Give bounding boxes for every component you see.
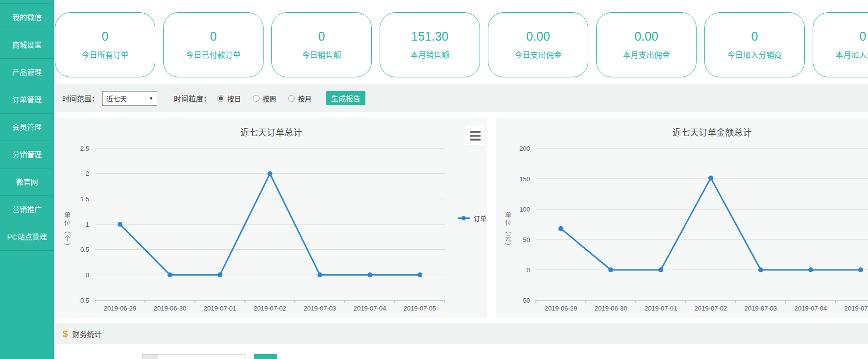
chart-plot: -0.500.511.522.52019-06-292019-06-302019… [55,118,487,318]
data-point[interactable] [217,272,222,277]
data-point[interactable] [808,267,813,272]
stat-card-label: 今日支出佣金 [514,48,561,60]
data-point[interactable] [658,267,663,272]
stat-card-value: 0.00 [526,29,550,44]
stat-card-value: 0 [860,29,867,44]
stat-card: 0.00本月支出佣金 [596,12,697,77]
data-point[interactable] [417,272,422,277]
radio-icon [217,95,224,102]
sidebar-item[interactable]: 分销管理 [0,141,54,168]
svg-text:1: 1 [86,221,89,228]
data-point[interactable] [367,272,372,277]
finance-section-title: 财务统计 [72,329,102,339]
legend-label: 订单 [474,214,486,223]
filter-bar: 时间范围： 近七天 ▼ 时间粒度： 按日按周按月 生成报告 [55,84,868,112]
radio-label: 按月 [298,94,312,103]
generate-report-button[interactable]: 生成报告 [326,91,365,105]
finance-date-addon[interactable] [142,354,158,359]
finance-search-button[interactable] [254,354,277,359]
stat-card: 0本月加入分销商 [813,12,868,77]
stat-card-value: 151.30 [411,29,448,44]
chart-panel: 近七天订单金额总计单位（元）-500501001502002019-06-292… [496,118,868,318]
stat-card: 0今日销售额 [271,12,372,77]
svg-text:200: 200 [519,145,530,152]
svg-text:100: 100 [519,206,530,213]
svg-text:2019-07-05: 2019-07-05 [404,305,436,312]
stat-card: 0.00今日支出佣金 [488,12,588,77]
data-point[interactable] [858,267,863,272]
time-range-select[interactable]: 近七天 ▼ [102,91,157,106]
data-point[interactable] [168,272,172,277]
svg-text:2019-07-03: 2019-07-03 [304,305,337,312]
sidebar-item[interactable]: 产品管理 [0,59,54,86]
chart-panel: 近七天订单总计单位（个）-0.500.511.522.52019-06-2920… [55,118,487,318]
stat-card: 0今日已付款订单 [163,12,264,77]
granularity-radio[interactable]: 按日 [217,94,241,103]
svg-text:2: 2 [86,170,89,177]
granularity-radios: 按日按周按月 [217,94,312,103]
sidebar-item[interactable]: 我的微信 [0,4,54,31]
svg-text:150: 150 [519,175,530,183]
finance-date-input[interactable] [158,354,244,359]
stat-card-label: 本月销售额 [410,48,449,60]
stat-card-value: 0 [102,29,109,44]
granularity-label: 时间粒度： [174,93,211,103]
stat-card: 0今日所有订单 [55,12,155,77]
radio-label: 按周 [263,94,276,103]
chevron-down-icon: ▼ [149,96,153,101]
stat-card-label: 本月支出佣金 [623,48,670,60]
sidebar-item[interactable]: 微官网 [0,168,54,196]
svg-text:2019-07-01: 2019-07-01 [204,305,237,312]
legend-item[interactable]: 订单 [458,214,486,223]
finance-section-header: $ 财务统计 [55,323,868,344]
svg-text:0: 0 [527,266,530,274]
svg-text:50: 50 [523,236,530,243]
granularity-radio[interactable]: 按周 [253,94,276,103]
svg-text:0: 0 [86,271,89,279]
svg-text:2019-07-05: 2019-07-05 [844,305,868,312]
data-point[interactable] [118,222,122,227]
stat-card-label: 本月加入分销商 [835,48,868,60]
svg-text:1.5: 1.5 [80,195,89,203]
svg-text:2019-06-30: 2019-06-30 [154,305,187,312]
line-series [561,178,861,270]
svg-text:2019-06-30: 2019-06-30 [595,305,627,312]
stat-card-value: 0 [318,29,325,44]
svg-text:2019-07-04: 2019-07-04 [795,305,827,312]
data-point[interactable] [317,272,322,277]
stat-card: 0今日加入分销商 [704,12,805,77]
svg-text:2019-06-29: 2019-06-29 [104,305,137,312]
sidebar-item[interactable]: 订单管理 [0,86,54,114]
sidebar: 我的微信商城设置产品管理订单管理会员管理分销管理微官网营销推广PC站点管理 [0,0,54,359]
data-point[interactable] [708,175,713,180]
stat-card-value: 0.00 [634,29,658,44]
svg-text:2019-07-02: 2019-07-02 [695,305,727,312]
legend-marker-icon [458,217,470,219]
svg-text:2019-06-29: 2019-06-29 [545,305,578,312]
data-point[interactable] [758,267,763,272]
dollar-icon: $ [63,329,68,339]
sidebar-item[interactable]: 营销推广 [0,196,54,223]
sidebar-item[interactable]: 会员管理 [0,114,54,141]
stat-card-label: 今日已付款订单 [186,48,241,60]
stat-card-label: 今日加入分销商 [727,48,782,60]
sidebar-item[interactable]: PC站点管理 [0,223,54,251]
svg-text:2019-07-01: 2019-07-01 [645,305,677,312]
stat-card-value: 0 [751,29,758,44]
stat-card-label: 今日销售额 [302,48,341,60]
svg-text:0.5: 0.5 [80,246,89,253]
chart-plot: -500501001502002019-06-292019-06-302019-… [496,118,868,318]
radio-icon [288,95,295,102]
stat-card: 151.30本月销售额 [380,12,480,77]
dashboard-page: 我的微信商城设置产品管理订单管理会员管理分销管理微官网营销推广PC站点管理 0今… [0,0,868,359]
granularity-radio[interactable]: 按月 [288,94,312,103]
data-point[interactable] [608,267,613,272]
sidebar-item-partial [0,0,54,4]
data-point[interactable] [267,171,272,176]
data-point[interactable] [558,226,563,231]
svg-text:-0.5: -0.5 [78,297,89,304]
sidebar-item[interactable]: 商城设置 [0,31,54,59]
svg-text:2.5: 2.5 [80,145,89,152]
svg-text:2019-07-04: 2019-07-04 [354,305,386,312]
radio-label: 按日 [227,94,241,103]
